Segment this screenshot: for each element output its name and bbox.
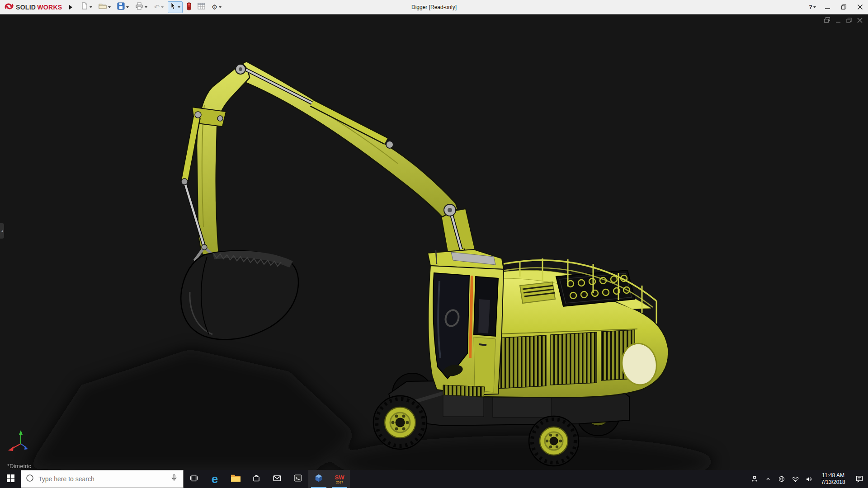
task-view-icon (189, 473, 199, 485)
model-canvas[interactable]: ◂ *Dimetric (0, 14, 868, 470)
dropdown-caret-icon (90, 6, 92, 8)
brand-works: WORKS (37, 4, 62, 11)
people-button[interactable] (748, 470, 761, 488)
close-button[interactable] (852, 0, 868, 14)
save-button[interactable] (115, 1, 131, 13)
select-arrow-icon (170, 2, 176, 12)
save-icon (117, 2, 125, 12)
dropdown-caret-icon (813, 6, 816, 8)
help-label: ? (809, 4, 812, 10)
help-button[interactable]: ? (806, 0, 819, 14)
orientation-triad (8, 430, 28, 451)
edge-button[interactable]: e (204, 470, 225, 488)
dropdown-caret-icon (161, 6, 164, 8)
dropdown-caret-icon (108, 6, 111, 8)
cortana-icon (26, 474, 34, 484)
undo-button[interactable]: ↶ (151, 1, 166, 13)
wifi-icon[interactable] (788, 470, 802, 488)
rebuild-button[interactable] (184, 1, 193, 13)
restore-window-icon[interactable] (846, 17, 852, 25)
gear-icon: ⚙ (212, 4, 217, 10)
cascade-windows-icon[interactable] (824, 17, 830, 25)
brand-solid: SOLID (16, 4, 36, 11)
terminal-button[interactable] (288, 470, 308, 488)
dropdown-caret-icon (126, 6, 129, 8)
network-icon[interactable] (775, 470, 788, 488)
system-tray: 11:48 AM 7/13/2018 (748, 470, 868, 488)
view-orientation-label: *Dimetric (7, 463, 31, 469)
document-window-controls (824, 17, 863, 25)
clock-date: 7/13/2018 (821, 479, 845, 486)
document-title: Digger [Read-only] (411, 0, 457, 14)
minimize-window-icon[interactable] (835, 17, 841, 25)
bucket (181, 251, 298, 340)
volume-icon[interactable] (802, 470, 816, 488)
file-properties-button[interactable] (195, 1, 208, 13)
hidden-icons-chevron[interactable] (761, 470, 775, 488)
windows-taskbar: e SW 2017 11:4 (0, 470, 868, 488)
rear-wheel (529, 416, 579, 466)
dassault-logo-icon (4, 2, 14, 13)
dropdown-caret-icon (219, 6, 222, 8)
boom-arm (181, 61, 480, 277)
excavator-model-rendering (0, 14, 868, 470)
engine-body (479, 258, 669, 398)
store-button[interactable] (246, 470, 267, 488)
minimize-button[interactable] (819, 0, 835, 14)
taskbar-clock[interactable]: 11:48 AM 7/13/2018 (816, 470, 851, 488)
start-button[interactable] (0, 470, 21, 488)
action-center-button[interactable] (851, 470, 868, 488)
restore-button[interactable] (835, 0, 852, 14)
solidworks-2017-button[interactable]: SW 2017 (329, 470, 350, 488)
store-bag-icon (251, 473, 261, 485)
dropdown-caret-icon (145, 6, 147, 8)
print-icon (135, 2, 143, 12)
undo-icon: ↶ (154, 4, 160, 10)
new-document-icon (81, 2, 88, 12)
file-properties-icon (198, 3, 205, 11)
3d-cube-icon (314, 473, 324, 485)
solidworks-window: SOLIDWORKS ↶ (0, 0, 868, 488)
solidworks-logo: SOLIDWORKS (0, 0, 65, 14)
dropdown-caret-icon (178, 6, 180, 8)
cube-app-button[interactable] (308, 470, 329, 488)
select-tool-button[interactable] (168, 1, 183, 13)
file-explorer-button[interactable] (225, 470, 246, 488)
task-view-button[interactable] (184, 470, 204, 488)
window-controls: ? (806, 0, 868, 14)
front-wheel (373, 396, 427, 449)
menu-flyout-arrow-icon[interactable] (69, 5, 72, 9)
new-document-button[interactable] (79, 1, 94, 13)
open-folder-icon (99, 3, 107, 12)
options-button[interactable]: ⚙ (209, 1, 224, 13)
titlebar: SOLIDWORKS ↶ (0, 0, 868, 14)
feature-manager-collapse-tab[interactable]: ◂ (0, 223, 4, 239)
quick-access-toolbar: ↶ ⚙ (79, 1, 224, 13)
cab (428, 249, 504, 397)
rebuild-traffic-light-icon (187, 2, 191, 12)
solidworks-2017-icon: SW 2017 (335, 474, 344, 484)
taskbar-search[interactable] (21, 470, 184, 488)
print-button[interactable] (133, 1, 150, 13)
file-explorer-icon (231, 474, 241, 484)
clock-time: 11:48 AM (822, 472, 844, 479)
open-button[interactable] (96, 1, 113, 13)
windows-logo-icon (7, 474, 14, 484)
close-window-icon[interactable] (857, 17, 863, 25)
mail-envelope-icon (272, 473, 282, 485)
terminal-icon (293, 473, 303, 485)
microphone-icon[interactable] (170, 474, 179, 484)
search-input[interactable] (38, 475, 166, 483)
mail-button[interactable] (267, 470, 288, 488)
edge-icon: e (212, 473, 218, 485)
